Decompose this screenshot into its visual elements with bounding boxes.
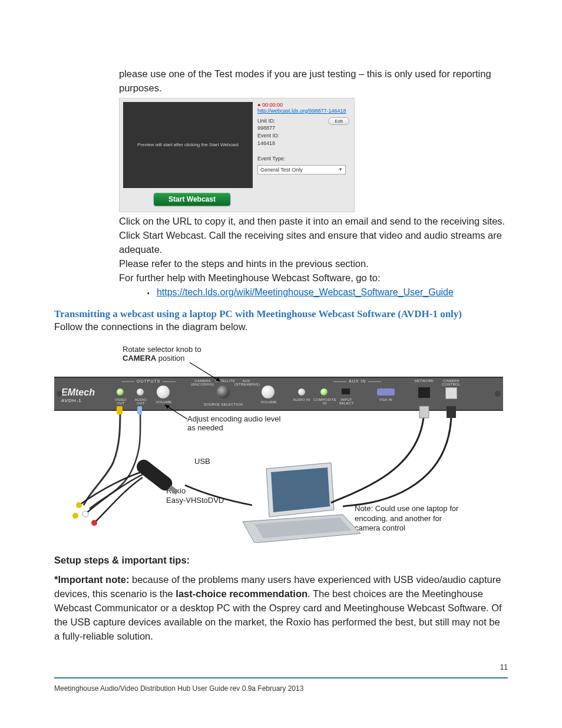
auxin-group-label: AUX IN <box>331 379 384 383</box>
event-id-label: Event ID: <box>257 132 349 140</box>
laptop-note-annotation: Note: Could use one laptop for encoding,… <box>355 504 467 533</box>
rotate-line1: Rotate selector knob to <box>123 345 201 354</box>
roxio-line1: Roxio <box>166 486 186 495</box>
help-link-list: https://tech.lds.org/wiki/Meetinghouse_W… <box>119 287 508 298</box>
last-choice-bold: last-choice recommendation <box>176 588 308 599</box>
instructions-3: For further help with Meetinghouse Webca… <box>119 271 508 285</box>
screw-icon <box>495 391 501 397</box>
unit-id-value: 998877 <box>257 124 349 132</box>
composite-in-label: COMPOSITE IN <box>313 398 336 405</box>
page: please use one of the Test modes if you … <box>0 0 562 728</box>
event-type-value: General Test Only <box>260 167 303 173</box>
audio-in-port <box>298 388 305 396</box>
usb-annotation: USB <box>194 457 210 466</box>
vga-port <box>377 388 395 396</box>
svg-point-7 <box>82 511 88 517</box>
svg-point-9 <box>72 513 78 519</box>
svg-point-6 <box>76 502 82 508</box>
svg-point-8 <box>91 520 97 526</box>
video-out-port <box>117 388 124 396</box>
webcast-url[interactable]: http://webcast.lds.org/998877-146418 <box>257 108 349 114</box>
video-out-label: VIDEO OUT <box>112 398 130 405</box>
intro-paragraph: please use one of the Test modes if you … <box>119 67 508 95</box>
satellite-source-label: SATELLITE <box>214 379 236 383</box>
volume-knob-left <box>157 386 170 398</box>
volume-knob-right <box>262 386 275 398</box>
brand-model: AVDH-1 <box>61 398 95 403</box>
composite-in-port <box>320 388 328 396</box>
rotate-camera-word: CAMERA <box>123 354 156 363</box>
help-link[interactable]: https://tech.lds.org/wiki/Meetinghouse_W… <box>157 287 454 297</box>
adjust-audio-annotation: Adjust encoding audio level as needed <box>187 414 282 432</box>
important-note-paragraph: *Important note: because of the problems… <box>54 573 508 644</box>
rotate-annotation: Rotate selector knob to CAMERA position <box>123 345 201 363</box>
volume-left-label: VOLUME <box>154 400 173 404</box>
event-type-label: Event Type: <box>257 155 349 163</box>
preview-text: Preview will start after clicking the St… <box>137 142 239 147</box>
input-select-switch <box>342 388 350 394</box>
event-type-select[interactable]: General Test Only ▼ <box>257 165 346 174</box>
aux-source-label: AUX (STREAMING) <box>234 379 258 386</box>
roxio-line2: Easy-VHStoDVD <box>166 496 224 505</box>
footer-divider <box>54 677 508 678</box>
instructions-2: Please refer to the steps and hints in t… <box>119 257 508 271</box>
vga-label: VGA IN <box>377 398 395 401</box>
record-timer: 00:00:00 <box>257 102 283 108</box>
info-pane: 00:00:00 http://webcast.lds.org/998877-1… <box>253 98 354 212</box>
network-port <box>418 387 430 398</box>
camera-control-label: CAMERA CONTROL <box>438 379 464 386</box>
setup-subheading: Setup steps & important tips: <box>54 555 508 566</box>
brand-text: EMtech <box>61 387 95 397</box>
brand-logo: EMtech AVDH-1 <box>61 387 95 403</box>
start-webcast-button[interactable]: Start Webcast <box>154 193 230 206</box>
audio-in-label: AUDIO IN <box>293 398 310 401</box>
preview-pane: Preview will start after clicking the St… <box>123 102 253 188</box>
rotate-line2: position <box>156 354 184 363</box>
chevron-down-icon: ▼ <box>338 167 343 172</box>
connection-diagram: Rotate selector knob to CAMERA position … <box>54 345 503 543</box>
indented-block: please use one of the Test modes if you … <box>119 67 508 298</box>
avdh-panel: EMtech AVDH-1 OUTPUTS VIDEO OUT AUDIO OU… <box>54 377 503 411</box>
edit-button[interactable]: Edit <box>328 117 349 125</box>
outputs-group-label: OUTPUTS <box>119 379 178 383</box>
source-selection-label: SOURCE SELECTION <box>203 403 244 406</box>
source-selector-knob <box>217 386 230 398</box>
audio-out-port <box>137 388 144 396</box>
camera-source-label: CAMERA (ENCODING) <box>191 379 214 386</box>
important-note-bold: *Important note: <box>54 574 129 585</box>
event-id-value: 146418 <box>257 140 349 147</box>
audio-out-label: AUDIO OUT <box>132 398 150 405</box>
follow-text: Follow the connections in the diagram be… <box>54 320 508 334</box>
camera-control-port <box>445 387 457 399</box>
volume-right-label: VOLUME <box>259 400 278 404</box>
instructions-1: Click on the URL to copy it, and then pa… <box>119 215 508 257</box>
footer-text: Meetinghouse Audio/Video Distribution Hu… <box>54 684 303 693</box>
section-heading: Transmitting a webcast using a laptop PC… <box>54 308 508 320</box>
page-number: 11 <box>500 663 508 671</box>
roxio-annotation: Roxio Easy-VHStoDVD <box>166 486 224 505</box>
help-link-item: https://tech.lds.org/wiki/Meetinghouse_W… <box>119 287 508 298</box>
webcast-screenshot: Preview will start after clicking the St… <box>119 98 355 212</box>
network-label: NETWORK <box>412 379 436 383</box>
input-select-label: INPUT SELECT <box>336 398 357 405</box>
